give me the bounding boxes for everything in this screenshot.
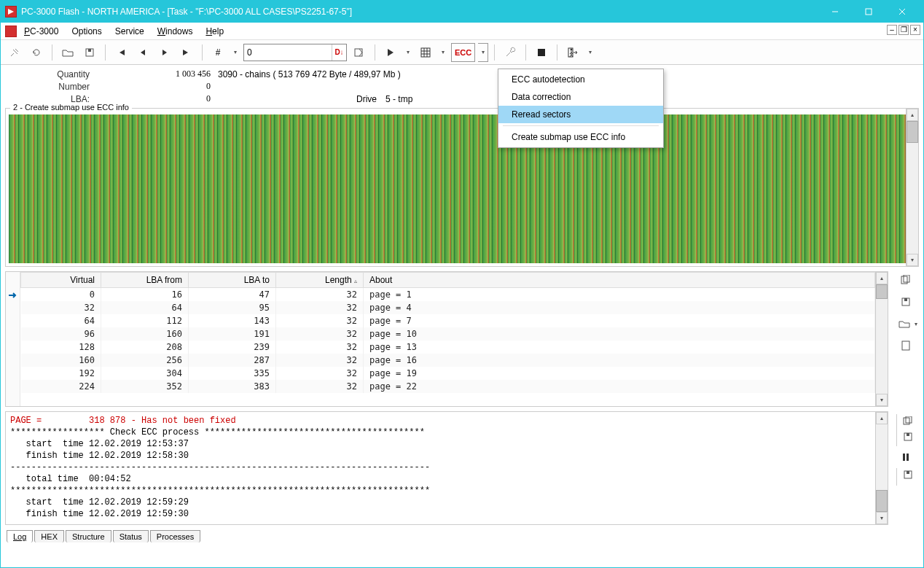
menu-service[interactable]: Service	[109, 25, 150, 38]
mdi-close-button[interactable]: ×	[910, 25, 920, 35]
table-row[interactable]: 19230433532page = 19	[21, 367, 875, 380]
scroll-up-icon[interactable]: ▴	[876, 272, 888, 284]
tab-structure[interactable]: Structure	[66, 530, 111, 542]
drive-value: 5 - tmp	[385, 94, 412, 104]
copy-icon[interactable]	[900, 414, 916, 427]
svg-rect-21	[906, 416, 912, 423]
open-icon[interactable]	[894, 315, 915, 332]
svg-rect-18	[904, 298, 907, 301]
scroll-up-icon[interactable]: ▴	[907, 109, 918, 121]
menu-options[interactable]: Options	[66, 25, 107, 38]
refresh-icon[interactable]	[27, 43, 46, 62]
table-row[interactable]: 6411214332page = 7	[21, 314, 875, 327]
scroll-down-icon[interactable]: ▾	[876, 394, 888, 406]
tools-icon[interactable]	[501, 43, 520, 62]
menu-data-correction[interactable]: Data correction	[498, 88, 663, 106]
pause-icon[interactable]	[898, 451, 914, 464]
svg-rect-27	[907, 471, 909, 474]
col-length[interactable]: Length ▵	[276, 273, 364, 288]
stop-icon[interactable]	[532, 43, 551, 62]
play-dropdown-icon[interactable]: ▾	[403, 43, 413, 62]
play-icon[interactable]	[381, 43, 400, 62]
minimize-button[interactable]	[818, 1, 852, 23]
hash-dropdown-icon[interactable]: ▾	[230, 43, 240, 62]
col-lba-from[interactable]: LBA from	[101, 273, 189, 288]
open-dropdown-icon[interactable]: ▾	[915, 321, 917, 327]
close-button[interactable]	[885, 1, 919, 23]
svg-point-14	[571, 48, 573, 50]
drive-label: Drive	[356, 94, 385, 104]
scroll-up-icon[interactable]: ▴	[876, 412, 888, 424]
sector-map[interactable]	[9, 114, 906, 263]
menu-windows[interactable]: Windows	[152, 25, 199, 38]
scroll-down-icon[interactable]: ▾	[907, 254, 918, 266]
info-panel: Quantity 1 003 456 3090 - chains ( 513 7…	[1, 65, 923, 106]
ecc-dropdown-menu: ECC autodetection Data correction Reread…	[498, 69, 664, 148]
svg-rect-7	[421, 48, 430, 57]
jump-input-group: D↓	[243, 44, 347, 61]
table-row[interactable]: 0164732page = 1	[21, 288, 875, 302]
app-icon	[5, 6, 17, 17]
maximize-button[interactable]	[852, 1, 885, 23]
menu-help[interactable]: Help	[200, 25, 230, 38]
save-icon[interactable]	[896, 293, 916, 311]
tab-status[interactable]: Status	[113, 530, 149, 542]
table-row[interactable]: 12820823932page = 13	[21, 341, 875, 354]
scroll-thumb[interactable]	[907, 121, 918, 143]
save-icon[interactable]	[900, 430, 916, 443]
hash-icon[interactable]: #	[208, 43, 227, 62]
log-scrollbar[interactable]: ▴ ▾	[875, 412, 888, 524]
menu-pc3000[interactable]: PC-3000	[18, 25, 64, 38]
exit-dropdown-icon[interactable]: ▾	[585, 43, 595, 62]
quantity-label: Quantity	[7, 69, 94, 79]
mdi-minimize-button[interactable]: –	[887, 25, 897, 35]
copy-icon[interactable]	[896, 271, 916, 289]
prev-icon[interactable]	[133, 43, 152, 62]
lba-table: Virtual LBA from LBA to Length ▵ About 0…	[5, 271, 888, 407]
tab-hex[interactable]: HEX	[34, 530, 64, 542]
next-icon[interactable]	[155, 43, 174, 62]
map-scrollbar[interactable]: ▴ ▾	[906, 109, 918, 266]
pin-icon[interactable]	[5, 43, 24, 62]
tab-processes[interactable]: Processes	[150, 530, 200, 542]
col-virtual[interactable]: Virtual	[21, 273, 101, 288]
exit-icon[interactable]	[563, 43, 582, 62]
grid-icon[interactable]	[416, 43, 435, 62]
map-groupbox: 2 - Create submap use ECC info ▴ ▾	[5, 108, 919, 267]
table-scrollbar[interactable]: ▴ ▾	[875, 272, 888, 406]
save-icon[interactable]	[80, 43, 99, 62]
jump-input[interactable]	[244, 45, 332, 60]
save-icon[interactable]	[900, 468, 916, 481]
col-lba-to[interactable]: LBA to	[189, 273, 276, 288]
grid-dropdown-icon[interactable]: ▾	[438, 43, 448, 62]
menu-create-submap[interactable]: Create submap use ECC info	[498, 128, 663, 146]
first-icon[interactable]	[111, 43, 130, 62]
tab-log[interactable]: Log	[7, 530, 33, 542]
last-icon[interactable]	[177, 43, 196, 62]
bottom-tab-bar: Log HEX Structure Status Processes	[1, 526, 923, 542]
table-row[interactable]: 9616019132page = 10	[21, 327, 875, 341]
jump-mode-icon[interactable]: D↓	[332, 44, 346, 61]
scroll-down-icon[interactable]: ▾	[876, 512, 888, 524]
log-output: PAGE = 318 878 - Has not been fixed ****…	[6, 412, 875, 524]
col-about[interactable]: About	[364, 273, 875, 288]
svg-rect-19	[902, 341, 909, 350]
mdi-restore-button[interactable]: ❐	[898, 25, 909, 35]
open-icon[interactable]	[58, 43, 77, 62]
quantity-value: 1 003 456	[94, 69, 211, 79]
document-icon[interactable]	[896, 337, 916, 354]
menu-ecc-autodetection[interactable]: ECC autodetection	[498, 71, 663, 88]
table-row[interactable]: 16025628732page = 16	[21, 354, 875, 367]
scroll-thumb[interactable]	[876, 490, 888, 512]
table-row[interactable]: 22435238332page = 22	[21, 380, 875, 393]
menu-bar: PC-3000 Options Service Windows Help – ❐…	[1, 23, 923, 40]
number-label: Number	[7, 82, 94, 92]
table-row[interactable]: 32649532page = 4	[21, 301, 875, 314]
svg-rect-1	[866, 9, 872, 15]
ecc-button[interactable]: ECC	[451, 43, 475, 62]
goto-icon[interactable]	[350, 43, 369, 62]
number-value: 0	[94, 81, 211, 92]
ecc-dropdown-icon[interactable]: ▾	[478, 43, 488, 62]
menu-reread-sectors[interactable]: Reread sectors	[498, 106, 663, 123]
scroll-thumb[interactable]	[876, 284, 888, 299]
